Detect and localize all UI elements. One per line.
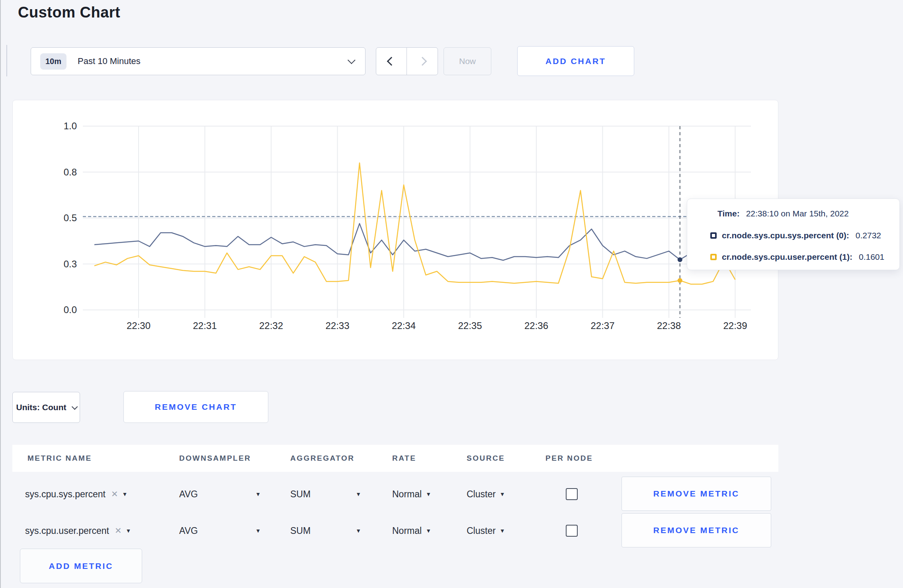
col-header-rate: RATE [392,445,416,472]
remove-metric-button[interactable]: REMOVE METRIC [622,513,771,547]
svg-text:22:32: 22:32 [259,320,283,331]
tooltip-series-label: cr.node.sys.cpu.sys.percent (0): [722,231,849,240]
col-header-metric-name: METRIC NAME [27,445,92,472]
time-range-badge: 10m [40,53,66,70]
dropdown-caret-icon: ▼ [500,528,505,534]
svg-text:22:35: 22:35 [458,320,482,331]
tooltip-time-label: Time: [717,209,740,218]
add-metric-button[interactable]: ADD METRIC [20,549,142,583]
dropdown-caret-icon: ▼ [356,528,361,534]
time-range-select[interactable]: 10m Past 10 Minutes [31,47,366,75]
next-interval-button[interactable] [407,48,438,75]
col-header-downsampler: DOWNSAMPLER [179,445,251,472]
svg-text:22:31: 22:31 [193,320,217,331]
tooltip-series-value: 0.2732 [856,231,881,240]
time-range-label: Past 10 Minutes [78,56,141,66]
chart-card[interactable]: 1.00.80.50.30.022:3022:3122:3222:3322:34… [12,100,778,360]
metric-name-value: sys.cpu.sys.percent [25,489,106,500]
aggregator-select[interactable]: SUM ▼ [290,512,361,549]
remove-metric-button[interactable]: REMOVE METRIC [622,477,771,511]
aggregator-value: SUM [290,489,311,500]
prev-interval-button[interactable] [376,48,407,75]
metric-row: sys.cpu.user.percent ✕ ▼ AVG ▼ SUM ▼ Nor… [1,512,903,549]
svg-text:22:33: 22:33 [325,320,349,331]
downsampler-value: AVG [179,489,198,500]
rate-select[interactable]: Normal ▼ [392,512,431,549]
col-header-aggregator: AGGREGATOR [290,445,355,472]
dropdown-caret-icon: ▼ [426,528,431,534]
tooltip-time-row: Time: 22:38:10 on Mar 15th, 2022 [717,209,891,218]
rate-select[interactable]: Normal ▼ [392,476,431,512]
metric-name-select[interactable]: sys.cpu.user.percent ✕ ▼ [25,512,131,549]
source-value: Cluster [467,489,496,500]
toolbar-divider [6,45,7,76]
dropdown-caret-icon: ▼ [255,491,261,497]
units-select[interactable]: Units: Count [12,392,80,423]
tooltip-series-row: cr.node.sys.cpu.sys.percent (0): 0.2732 [710,231,891,240]
add-chart-button[interactable]: ADD CHART [517,46,634,76]
per-node-checkbox[interactable] [566,488,578,500]
metric-name-value: sys.cpu.user.percent [25,526,109,536]
per-node-checkbox[interactable] [566,525,578,537]
svg-text:22:38: 22:38 [657,320,681,331]
dropdown-caret-icon: ▼ [255,528,261,534]
svg-text:22:39: 22:39 [723,320,747,331]
page-title: Custom Chart [18,4,120,21]
time-nav-group [376,47,438,75]
dropdown-caret-icon: ▼ [126,528,131,534]
line-chart[interactable]: 1.00.80.50.30.022:3022:3122:3222:3322:34… [13,100,779,360]
tooltip-series-row: cr.node.sys.cpu.user.percent (1): 0.1601 [710,252,891,262]
now-button[interactable]: Now [444,47,491,75]
tooltip-series-label: cr.node.sys.cpu.user.percent (1): [722,252,852,262]
remove-chart-button[interactable]: REMOVE CHART [123,391,268,423]
svg-text:0.0: 0.0 [64,304,77,315]
chevron-down-icon [348,56,356,64]
svg-text:0.3: 0.3 [64,259,77,269]
tooltip-time-value: 22:38:10 on Mar 15th, 2022 [746,209,849,218]
tooltip-series-value: 0.1601 [859,252,884,262]
chart-hover-tooltip: Time: 22:38:10 on Mar 15th, 2022 cr.node… [687,199,900,270]
downsampler-select[interactable]: AVG ▼ [179,512,261,549]
source-select[interactable]: Cluster ▼ [467,512,505,549]
source-value: Cluster [467,526,496,536]
chevron-right-icon [418,57,427,66]
downsampler-select[interactable]: AVG ▼ [179,476,261,512]
downsampler-value: AVG [179,526,198,536]
aggregator-select[interactable]: SUM ▼ [290,476,361,512]
svg-text:22:36: 22:36 [524,320,548,331]
chevron-down-icon [72,403,78,410]
svg-text:0.8: 0.8 [64,167,77,177]
series-swatch-sys [710,232,717,239]
dropdown-caret-icon: ▼ [122,491,128,497]
svg-text:0.5: 0.5 [64,212,77,223]
svg-text:1.0: 1.0 [64,121,77,131]
col-header-per-node: PER NODE [545,445,593,472]
source-select[interactable]: Cluster ▼ [467,476,505,512]
svg-text:22:30: 22:30 [127,320,150,331]
svg-text:22:34: 22:34 [392,320,416,331]
dropdown-caret-icon: ▼ [500,491,505,497]
chevron-left-icon [387,57,396,66]
rate-value: Normal [392,526,422,536]
rate-value: Normal [392,489,422,500]
units-label: Units: Count [16,403,66,412]
col-header-source: SOURCE [467,445,505,472]
clear-metric-icon[interactable]: ✕ [111,489,118,499]
series-swatch-user [710,254,717,260]
aggregator-value: SUM [290,526,311,536]
svg-text:22:37: 22:37 [590,320,614,331]
dropdown-caret-icon: ▼ [426,491,431,497]
metric-row: sys.cpu.sys.percent ✕ ▼ AVG ▼ SUM ▼ Norm… [1,476,903,512]
clear-metric-icon[interactable]: ✕ [115,526,122,535]
metrics-table-header: METRIC NAME DOWNSAMPLER AGGREGATOR RATE … [12,445,778,472]
dropdown-caret-icon: ▼ [356,491,361,497]
metric-name-select[interactable]: sys.cpu.sys.percent ✕ ▼ [25,476,127,512]
